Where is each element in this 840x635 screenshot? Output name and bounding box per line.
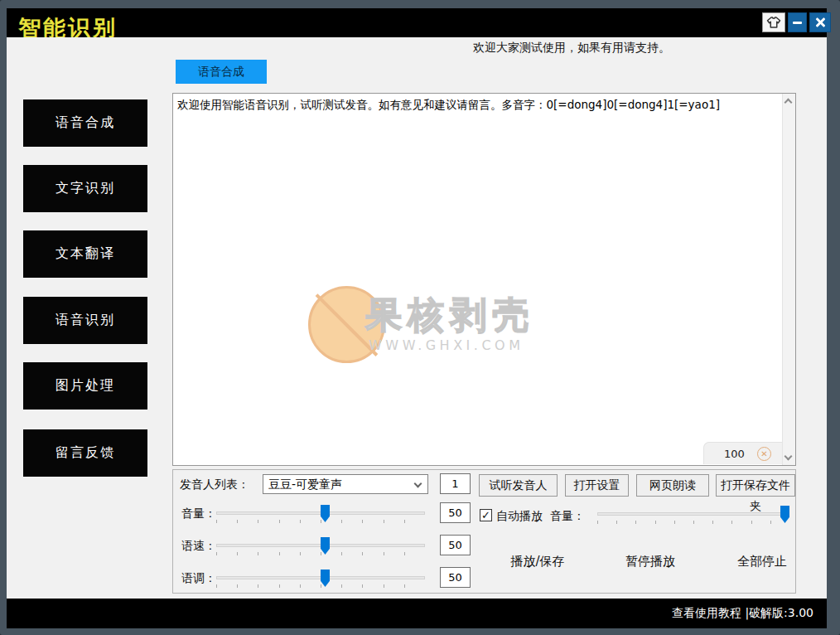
close-icon — [814, 17, 826, 28]
tutorial-version-link[interactable]: 查看使用教程 |破解版:3.00 — [672, 606, 813, 619]
pitch-label: 语调： — [181, 571, 216, 586]
chevron-down-icon — [414, 480, 422, 488]
shirt-icon — [766, 16, 781, 29]
pause-play-button[interactable]: 暂停播放 — [613, 554, 688, 570]
speaker-selected-value: 豆豆-可爱童声 — [268, 477, 342, 491]
editor-content[interactable]: 欢迎使用智能语音识别，试听测试发音。如有意见和建议请留言。多音字：0[=dong… — [177, 97, 777, 113]
main-area: 欢迎大家测试使用，如果有用请支持。 语音合成 语音合成 文字识别 文本翻译 语音… — [7, 37, 827, 599]
sidebar-item-speech-synthesis[interactable]: 语音合成 — [23, 99, 147, 147]
editor-scrollbar[interactable] — [782, 94, 795, 465]
play-save-button[interactable]: 播放/保存 — [500, 554, 575, 570]
app-window: 智能识别 欢迎大家测试使用，如果有用请支持。 语音合成 语音合成 文字识别 文本… — [0, 0, 840, 635]
speaker-list-label: 发音人列表： — [180, 477, 249, 492]
voice-control-panel: 发音人列表： 豆豆-可爱童声 1 试听发音人 打开设置 网页朗读 打开保存文件夹… — [172, 469, 796, 594]
speed-label: 语速： — [181, 539, 216, 554]
sidebar-item-feedback[interactable]: 留言反馈 — [23, 429, 147, 477]
scroll-up-icon[interactable] — [784, 99, 793, 107]
stop-all-button[interactable]: 全部停止 — [725, 554, 799, 570]
minimize-button[interactable] — [788, 12, 807, 32]
volume-ticks — [216, 520, 425, 523]
autoplay-label: 自动播放 — [496, 509, 543, 524]
watermark-site: WWW.GHXI.COM — [369, 337, 524, 353]
times-input[interactable]: 1 — [440, 473, 471, 494]
volume-label: 音量： — [181, 507, 216, 521]
circle-x-icon[interactable]: ✕ — [757, 447, 771, 461]
minimize-icon — [793, 22, 802, 24]
speed-ticks — [216, 552, 425, 555]
watermark-brand: 果核剥壳 — [365, 291, 534, 340]
autoplay-volume-label: 音量： — [550, 509, 585, 524]
pitch-value[interactable]: 50 — [440, 567, 471, 588]
skin-button[interactable] — [762, 12, 785, 32]
open-save-folder-button[interactable]: 打开保存文件夹 — [716, 474, 795, 497]
speaker-select[interactable]: 豆豆-可爱童声 — [263, 474, 428, 494]
scroll-down-icon[interactable] — [784, 453, 793, 461]
open-settings-button[interactable]: 打开设置 — [565, 474, 629, 497]
sidebar-item-speech-recognition[interactable]: 语音识别 — [23, 297, 147, 344]
editor-counter-bar: 100 ✕ — [703, 442, 782, 464]
counter-value: 100 — [724, 448, 745, 460]
pitch-ticks — [216, 584, 425, 588]
status-bar: 查看使用教程 |破解版:3.00 — [7, 599, 827, 628]
sidebar-item-image-processing[interactable]: 图片处理 — [23, 362, 147, 410]
volume-value[interactable]: 50 — [440, 502, 471, 523]
webpage-read-button[interactable]: 网页朗读 — [636, 474, 709, 497]
autoplay-volume-ticks — [597, 521, 789, 524]
speed-value[interactable]: 50 — [440, 535, 471, 555]
sidebar-item-text-translation[interactable]: 文本翻译 — [23, 230, 147, 278]
tab-speech-synthesis[interactable]: 语音合成 — [176, 60, 267, 84]
welcome-message: 欢迎大家测试使用，如果有用请支持。 — [348, 41, 795, 56]
close-button[interactable] — [809, 12, 831, 32]
text-editor[interactable]: 欢迎使用智能语音识别，试听测试发音。如有意见和建议请留言。多音字：0[=dong… — [172, 93, 796, 466]
preview-speaker-button[interactable]: 试听发音人 — [479, 474, 558, 497]
sidebar-item-text-recognition[interactable]: 文字识别 — [23, 165, 147, 212]
autoplay-volume-slider[interactable] — [597, 512, 789, 516]
autoplay-checkbox[interactable]: ✓ — [480, 509, 492, 521]
